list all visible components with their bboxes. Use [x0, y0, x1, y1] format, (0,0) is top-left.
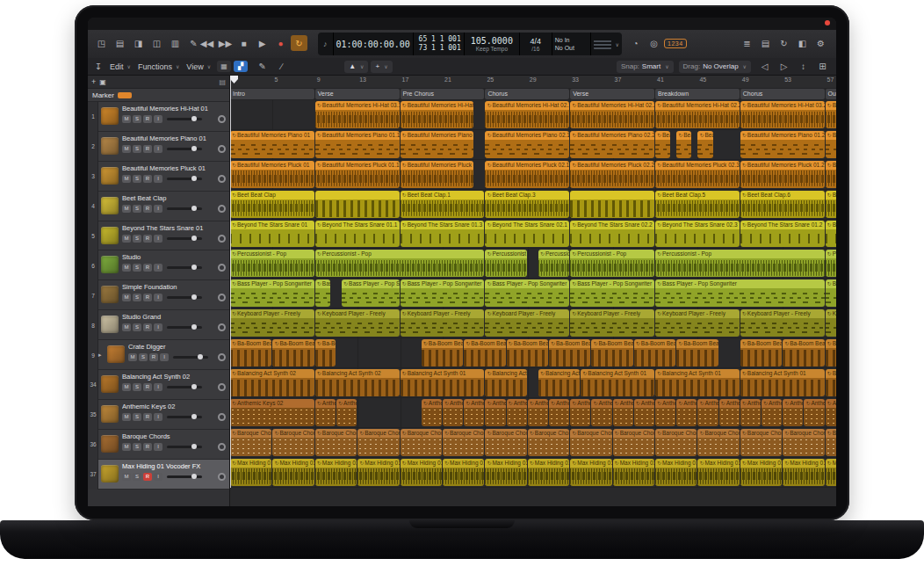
track-header-row[interactable]: 9▸Crate DiggerMSRI [88, 340, 229, 370]
region[interactable]: ↻Anthemic Keys 02 [464, 399, 484, 426]
region[interactable]: ↻Beautiful Memories Hi-Hat 02.1 [485, 101, 569, 128]
region[interactable]: ↻Balancing Act Synth 01 [826, 369, 836, 396]
marker-section[interactable]: Pre Chorus [401, 89, 485, 99]
volume-slider-thumb[interactable] [191, 474, 197, 479]
region[interactable]: ↻Beet Beat Clap.3 [485, 191, 569, 218]
region[interactable]: ↻Balancing Act Synth 01 [401, 369, 485, 396]
region[interactable]: ↻Keyboard Player - Freely [655, 309, 740, 337]
lcd-mode-icon[interactable]: ♪ [318, 33, 334, 55]
lcd-io-display[interactable]: No In No Out [552, 33, 591, 55]
track-m-button[interactable]: M [122, 264, 131, 272]
region[interactable]: ↻Beautiful Memories Piano 02.2 [570, 131, 654, 158]
region[interactable]: ↻Beyond The Stars Snare 02.2 [570, 221, 654, 248]
region[interactable]: ↻Baroque Chords [613, 429, 654, 456]
track-i-button[interactable]: I [154, 323, 162, 331]
volume-slider[interactable] [167, 446, 202, 448]
track-header-row[interactable]: 8Studio GrandMSRI [88, 310, 229, 340]
region[interactable]: ↻Beautiful Memories Hi-Hat 02.2 [570, 101, 654, 128]
pan-knob[interactable] [218, 383, 226, 391]
region[interactable]: ↻Anthemic Keys 02 [443, 399, 463, 426]
region[interactable]: ↻Beautiful Memories Pluck 01.2 [826, 161, 836, 188]
region[interactable]: ↻Max Hiding 01 V [401, 459, 442, 486]
volume-slider[interactable] [167, 475, 202, 478]
region[interactable]: ↻Max Hiding 01 V [315, 459, 357, 486]
arrange-lane[interactable]: ↻Max Hiding 01 V↻Max Hiding 01 V↻Max Hid… [230, 458, 836, 488]
region[interactable]: ↻Baroque Chords [315, 429, 357, 456]
volume-slider[interactable] [167, 416, 202, 418]
track-header-row[interactable]: 1Beautiful Memories Hi-Hat 01MSRI [88, 102, 229, 132]
region[interactable]: ↻Max Hiding 01 V [783, 459, 824, 486]
track-i-button[interactable]: I [154, 413, 162, 421]
library-icon[interactable]: ▤ [112, 35, 128, 51]
arrange-lane[interactable]: ↻Baroque Chords↻Baroque Chords↻Baroque C… [230, 428, 836, 458]
list-editors-icon[interactable]: ≣ [739, 35, 755, 51]
region[interactable]: ↻Ba-Boom Beat [634, 339, 675, 366]
region[interactable]: ↻Beyond The Stars Snare 01.2 [826, 221, 836, 248]
marker-section[interactable]: Verse [315, 89, 400, 99]
region[interactable]: ↻Beautiful Memories Hi-Hat 03.2 [740, 101, 825, 128]
region[interactable]: ↻Max Hiding 01 V [230, 459, 271, 486]
region[interactable]: ↻Beautiful Memories Piano 01.2 [740, 131, 825, 158]
marker-lane[interactable]: IntroVersePre ChorusChorusVerseBreakdown… [230, 88, 836, 100]
track-r-button[interactable]: R [143, 175, 152, 183]
region[interactable]: ↻Anthemic Keys 02 [230, 399, 314, 426]
region[interactable]: ↻Max Hiding 01 V [826, 459, 836, 486]
pan-knob[interactable] [218, 235, 226, 243]
region[interactable]: ↻Anthemic Keys 02 [740, 399, 761, 426]
volume-slider[interactable] [167, 326, 202, 329]
master-level-icon[interactable]: ◎ [646, 35, 662, 51]
region[interactable]: ↻Balancing Act Synth 02 [315, 369, 400, 396]
marker-section[interactable]: Outro [826, 89, 836, 99]
track-m-button[interactable]: M [122, 413, 131, 421]
menu-functions[interactable]: Functions∨ [138, 62, 179, 71]
region[interactable]: ↻Keyboard Player - Freely [315, 309, 400, 337]
region[interactable]: ↻Beautiful Memories Hi-Hat 01 [401, 101, 474, 128]
region[interactable] [315, 191, 400, 218]
region[interactable]: ↻Anthemic Keys 02 [528, 399, 548, 426]
region[interactable]: ↻Bass Player - Pop Songwriter [826, 279, 836, 307]
region[interactable]: ↻Max Hiding 01 V [272, 459, 314, 486]
region[interactable]: ↻Beautiful Memories Piano 01 [230, 131, 314, 158]
region[interactable]: ↻Beautiful Memories Piano 02 [401, 131, 474, 158]
grid-view-button[interactable]: ▦ [217, 61, 231, 72]
region[interactable]: ↻Ba-Boom Beat [549, 339, 590, 366]
left-click-tool[interactable]: ▲∨ [344, 61, 368, 73]
region[interactable]: ↻Anthemic Keys 02 [336, 399, 357, 426]
marker-global-track[interactable]: Marker [88, 89, 229, 102]
region[interactable]: ↻Percussionist - Pop [570, 250, 654, 277]
volume-slider-thumb[interactable] [191, 414, 197, 419]
track-i-button[interactable]: I [154, 443, 162, 451]
marker-section[interactable]: Chorus [485, 89, 569, 99]
track-i-button[interactable]: I [154, 175, 162, 183]
track-s-button[interactable]: S [133, 413, 141, 421]
lcd-time-display[interactable]: 01:00:00:00.00 [334, 33, 414, 55]
region[interactable]: ↻Beautiful Memories Pluck 01.2 [740, 161, 825, 188]
region[interactable]: ↻Keyboard Player - Freely [485, 309, 569, 337]
track-s-button[interactable]: S [133, 383, 141, 391]
region[interactable]: ↻Beyond The Stars Snare 01.2 [740, 221, 825, 248]
region[interactable]: ↻Baroque Chords [697, 429, 739, 456]
arrange-lane[interactable]: ↻Beautiful Memories Pluck 01↻Beautiful M… [230, 160, 836, 190]
region[interactable]: ↻Beautiful Memories Pluck 01 [230, 161, 314, 188]
region[interactable]: ↻Balancing Act Synth 01 [485, 369, 526, 396]
arrange-lane[interactable]: ↻Keyboard Player - Freely↻Keyboard Playe… [230, 308, 836, 338]
zoom-in-horizontal-icon[interactable]: ▷ [776, 59, 792, 75]
region[interactable]: ↻Anthemic Keys 02 [676, 399, 697, 426]
region[interactable]: ↻Beet Beat Clap.1 [401, 191, 485, 218]
region[interactable]: ↻Balancing Act Synth 01 [740, 369, 825, 396]
region[interactable]: ↻Max Hiding 01 V [443, 459, 484, 486]
region[interactable]: ↻Anthemic Keys 02 [655, 399, 675, 426]
region[interactable]: ↻Beyond The Stars Snare 01 [230, 221, 314, 248]
track-m-button[interactable]: M [128, 353, 137, 361]
volume-slider-thumb[interactable] [191, 206, 197, 211]
region[interactable]: ↻Beautiful Memories Piano 02 [655, 131, 670, 158]
track-s-button[interactable]: S [133, 205, 141, 213]
region[interactable]: ↻Baroque Chords [401, 429, 442, 456]
draw-tool-icon[interactable]: ✎ [254, 59, 271, 75]
menu-edit[interactable]: Edit∨ [110, 62, 131, 71]
region[interactable]: ↻Anthemic Keys 02 [697, 399, 718, 426]
region[interactable]: ↻Balancing Act Synth 01 [581, 369, 654, 396]
browsers-icon[interactable]: ◧ [794, 35, 811, 51]
region[interactable]: ↻Anthemic Keys 02 [315, 399, 336, 426]
track-m-button[interactable]: M [122, 145, 131, 153]
